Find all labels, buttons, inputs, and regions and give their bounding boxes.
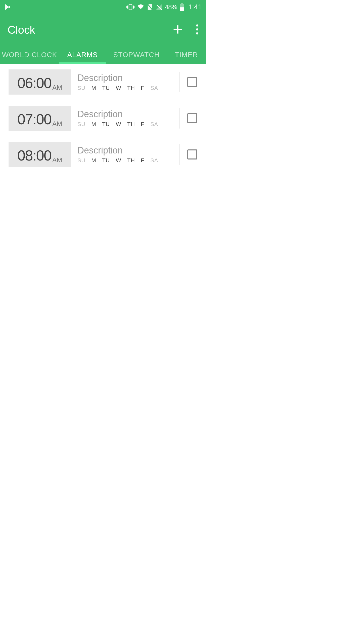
alarm-days: SU M TU W TH F SA <box>77 85 177 91</box>
alarm-time-box[interactable]: 08:00 AM <box>9 142 71 167</box>
app-header: Clock <box>0 14 206 46</box>
day-w: W <box>116 157 121 164</box>
alarm-list: 06:00 AM Description SU M TU W TH F SA 0… <box>0 64 206 173</box>
day-tu: TU <box>102 85 110 91</box>
add-alarm-button[interactable] <box>172 24 183 36</box>
alarm-time: 06:00 <box>17 74 51 91</box>
day-m: M <box>92 85 96 91</box>
day-tu: TU <box>102 157 110 164</box>
battery-percent: 48% <box>165 3 177 11</box>
vibrate-icon <box>126 4 134 11</box>
day-w: W <box>116 85 121 91</box>
status-left <box>4 3 12 11</box>
day-m: M <box>92 121 96 128</box>
status-time: 1:41 <box>188 3 202 11</box>
alarm-ampm: AM <box>52 120 62 131</box>
header-actions <box>172 24 198 36</box>
svg-rect-9 <box>180 7 184 11</box>
tab-world-clock[interactable]: WORLD CLOCK <box>0 51 59 59</box>
svg-rect-0 <box>129 4 132 10</box>
day-sa: SA <box>150 85 158 91</box>
day-th: TH <box>127 157 135 164</box>
alarm-row[interactable]: 06:00 AM Description SU M TU W TH F SA <box>0 64 206 100</box>
alarm-time-box[interactable]: 06:00 AM <box>9 69 71 95</box>
more-options-button[interactable] <box>196 24 198 35</box>
svg-point-13 <box>196 28 198 31</box>
alarm-description: Description <box>77 109 177 119</box>
day-sa: SA <box>150 121 158 128</box>
alarm-time-box[interactable]: 07:00 AM <box>9 106 71 131</box>
alarm-days: SU M TU W TH F SA <box>77 121 177 128</box>
play-store-notification-icon <box>4 3 12 11</box>
tab-bar: WORLD CLOCK ALARMS STOPWATCH TIMER <box>0 46 206 64</box>
divider <box>179 72 180 92</box>
svg-point-14 <box>196 32 198 34</box>
alarm-description: Description <box>77 145 177 156</box>
divider <box>179 144 180 165</box>
day-f: F <box>141 157 144 164</box>
status-right: 48% 1:41 <box>126 3 202 11</box>
day-su: SU <box>77 85 85 91</box>
alarm-info: Description SU M TU W TH F SA <box>71 109 177 128</box>
day-m: M <box>92 157 96 164</box>
wifi-icon <box>137 4 145 10</box>
alarm-ampm: AM <box>52 84 62 95</box>
no-sim-icon <box>147 4 153 11</box>
alarm-enable-checkbox[interactable] <box>187 149 197 159</box>
day-sa: SA <box>150 157 158 164</box>
svg-point-12 <box>196 24 198 27</box>
status-bar: 48% 1:41 <box>0 0 206 14</box>
tab-indicator <box>59 62 106 64</box>
battery-icon <box>180 3 184 11</box>
day-f: F <box>141 121 144 128</box>
tab-stopwatch[interactable]: STOPWATCH <box>106 51 167 59</box>
svg-rect-8 <box>181 3 183 4</box>
alarm-enable-checkbox[interactable] <box>187 77 197 87</box>
day-tu: TU <box>102 121 110 128</box>
alarm-row[interactable]: 08:00 AM Description SU M TU W TH F SA <box>0 136 206 173</box>
no-signal-icon <box>156 4 162 10</box>
alarm-description: Description <box>77 73 177 83</box>
divider <box>179 108 180 129</box>
tab-alarms[interactable]: ALARMS <box>59 51 106 59</box>
day-su: SU <box>77 157 85 164</box>
alarm-ampm: AM <box>52 156 62 167</box>
alarm-days: SU M TU W TH F SA <box>77 157 177 164</box>
day-th: TH <box>127 121 135 128</box>
alarm-info: Description SU M TU W TH F SA <box>71 73 177 91</box>
day-su: SU <box>77 121 85 128</box>
alarm-enable-checkbox[interactable] <box>187 113 197 123</box>
day-th: TH <box>127 85 135 91</box>
day-f: F <box>141 85 144 91</box>
alarm-time: 07:00 <box>17 111 51 128</box>
alarm-row[interactable]: 07:00 AM Description SU M TU W TH F SA <box>0 100 206 136</box>
alarm-info: Description SU M TU W TH F SA <box>71 145 177 164</box>
day-w: W <box>116 121 121 128</box>
alarm-time: 08:00 <box>17 147 51 164</box>
tab-timer[interactable]: TIMER <box>167 51 206 59</box>
page-title: Clock <box>8 24 35 36</box>
